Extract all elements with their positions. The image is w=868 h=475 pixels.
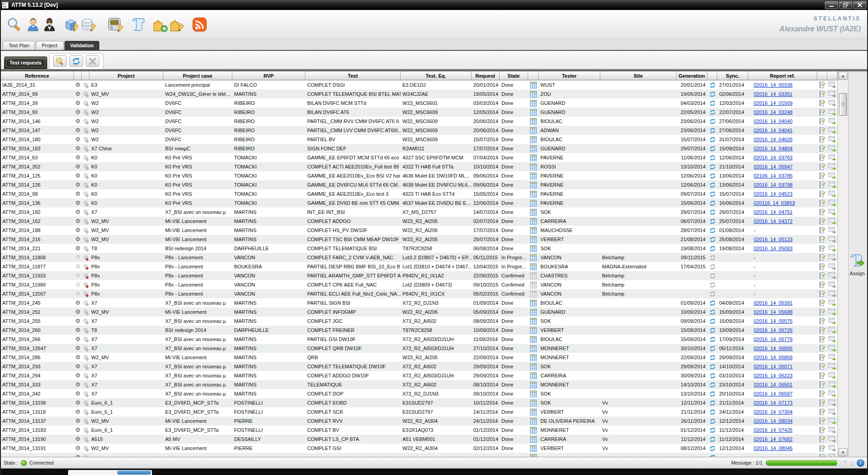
report-link[interactable]: 02016_14_07173 — [754, 400, 793, 406]
tab-test-plan[interactable]: Test Plan — [3, 41, 35, 50]
test-grid-icon[interactable] — [528, 335, 539, 344]
send-report-icon[interactable] — [827, 435, 838, 444]
report-edit-icon[interactable] — [817, 353, 827, 362]
send-report-icon[interactable] — [827, 307, 838, 317]
gear-lock-icon[interactable]: ⚙ — [82, 217, 89, 226]
table-row[interactable]: ATTM_2014_63 ⚙ ⚙ K0 K0 Pré VRS TOMACKI G… — [0, 153, 838, 162]
send-report-icon[interactable] — [827, 162, 838, 171]
gear-icon[interactable]: ⚙ — [74, 135, 82, 144]
test-grid-icon[interactable] — [528, 353, 539, 362]
sync-icon[interactable] — [707, 217, 717, 226]
gear-icon[interactable]: ⚙ — [74, 453, 82, 457]
info-icon[interactable]: i — [857, 459, 864, 467]
table-row[interactable]: ATTM_2014_13106 ⚙ ⚙ Euro_6_1 E3_DV6FD_MC… — [0, 398, 838, 407]
send-report-icon[interactable] — [827, 280, 838, 289]
column-header[interactable] — [74, 71, 82, 80]
sync-icon[interactable] — [707, 362, 717, 371]
gear-icon[interactable]: ⚙ — [74, 435, 82, 444]
report-link[interactable]: 02016_14_03763 — [754, 155, 793, 160]
send-report-icon[interactable] — [827, 326, 838, 335]
column-header-request[interactable]: Request — [471, 71, 500, 80]
test-grid-icon[interactable] — [528, 108, 539, 117]
tab-project[interactable]: Project — [36, 41, 63, 50]
gear-lock-icon[interactable]: ⚙ — [82, 317, 89, 326]
report-edit-icon[interactable] — [817, 189, 827, 198]
gear-icon[interactable]: ⚙ — [74, 280, 82, 289]
gear-lock-icon[interactable]: ⚙ — [82, 453, 89, 457]
test-grid-icon[interactable] — [528, 298, 539, 307]
gear-icon[interactable]: ⚙ — [74, 353, 82, 362]
gear-icon[interactable]: ⚙ — [74, 371, 82, 380]
report-edit-icon[interactable] — [817, 298, 827, 307]
report-edit-icon[interactable] — [817, 80, 827, 89]
sync-icon[interactable] — [707, 435, 717, 444]
report-link[interactable]: 02016_14_04041 — [754, 128, 793, 133]
gear-lock-icon[interactable]: ⚙ — [82, 398, 89, 407]
gear-lock-icon[interactable]: ⚙ — [82, 108, 89, 117]
send-report-icon[interactable] — [827, 389, 838, 398]
report-link[interactable]: 02016_14_05123 — [754, 237, 793, 242]
gear-lock-icon[interactable]: ⚙ — [82, 117, 89, 126]
send-report-icon[interactable] — [827, 362, 838, 371]
gear-lock-icon[interactable]: ⚙ — [82, 135, 89, 144]
gear-icon[interactable]: ⚙ — [74, 208, 82, 217]
gear-lock-icon[interactable]: ⚙ — [82, 371, 89, 380]
gear-icon[interactable]: ⚙ — [74, 362, 82, 371]
report-edit-icon[interactable] — [817, 262, 827, 271]
report-link[interactable]: 02016_14_05391 — [754, 300, 793, 306]
send-report-icon[interactable] — [827, 453, 838, 457]
table-row[interactable]: ATTM_2014_293 ⚙ ⚙ X7 X7_BSI avec un nouv… — [0, 362, 838, 371]
sync-icon[interactable] — [707, 253, 717, 262]
sync-icon[interactable] — [707, 126, 717, 135]
gear-icon[interactable]: ⚙ — [74, 189, 82, 198]
table-row[interactable]: ATTM_2014_188 ⚙ ⚙ W2_MV MI-VIE Lancement… — [0, 226, 838, 235]
gear-lock-icon[interactable]: ⚙ — [82, 407, 89, 416]
sync-icon[interactable] — [707, 389, 717, 398]
sync-icon[interactable] — [707, 407, 717, 416]
report-edit-icon[interactable] — [817, 217, 827, 226]
send-report-icon[interactable] — [827, 344, 838, 353]
test-grid-icon[interactable] — [528, 344, 539, 353]
gear-icon[interactable]: ⚙ — [74, 317, 82, 326]
send-report-icon[interactable] — [827, 108, 838, 117]
report-link[interactable]: 02016_14_05726 — [754, 327, 793, 333]
sync-icon[interactable] — [707, 326, 717, 335]
test-grid-icon[interactable] — [528, 326, 539, 335]
table-row[interactable]: ATTM_2014_98 ⚙ ⚙ K0 K0 Pré VRS TOMACKI G… — [0, 189, 838, 198]
report-edit-icon[interactable] — [817, 435, 827, 444]
sync-icon[interactable] — [707, 153, 717, 162]
report-edit-icon[interactable] — [817, 99, 827, 108]
gear-lock-icon[interactable]: ⚙ — [82, 380, 89, 389]
report-edit-icon[interactable] — [817, 362, 827, 371]
column-header-project-case[interactable]: Project case — [163, 71, 232, 80]
sync-icon[interactable] — [707, 262, 717, 271]
report-edit-icon[interactable] — [817, 144, 827, 153]
sync-icon[interactable] — [707, 416, 717, 426]
gear-icon[interactable]: ⚙ — [74, 171, 82, 180]
gear-icon[interactable]: ⚙ — [74, 162, 82, 171]
test-grid-icon[interactable] — [528, 380, 539, 389]
table-row[interactable]: ATTM_2014_11990 ⚙ ⚙ P8x P8x - Lancement … — [0, 280, 838, 289]
test-grid-icon[interactable] — [528, 144, 539, 153]
report-link[interactable]: 02016_14_07304 — [754, 409, 793, 415]
gear-lock-icon[interactable]: ⚙ — [82, 298, 89, 307]
send-report-icon[interactable] — [827, 180, 838, 189]
search-icon[interactable] — [6, 17, 22, 32]
report-edit-icon[interactable] — [817, 89, 827, 99]
sync-icon[interactable] — [707, 226, 717, 235]
report-edit-icon[interactable] — [817, 198, 827, 208]
table-row[interactable]: IA2E_2014_31 ⚙ ⚙ E3 Lancement principal … — [0, 80, 838, 89]
table-row[interactable]: ATTM_2014_333 ⚙ ⚙ X7 X7_BSI avec un nouv… — [0, 380, 838, 389]
report-link[interactable]: 02016_14_04372 — [754, 218, 793, 224]
test-grid-icon[interactable] — [528, 271, 539, 280]
test-grid-icon[interactable] — [528, 262, 539, 271]
component-edit-icon[interactable] — [64, 17, 80, 32]
report-link[interactable]: 02016_14_06587 — [754, 391, 793, 396]
test-grid-icon[interactable] — [528, 198, 539, 208]
gear-lock-icon[interactable]: ⚙ — [82, 444, 89, 453]
send-report-icon[interactable] — [827, 89, 838, 99]
report-edit-icon[interactable] — [817, 162, 827, 171]
report-edit-icon[interactable] — [817, 398, 827, 407]
table-row[interactable]: ATTM_2014_147 ⚙ ⚙ W2 DV6FC RIBEIRO PARTI… — [0, 126, 838, 135]
send-report-icon[interactable] — [827, 317, 838, 326]
